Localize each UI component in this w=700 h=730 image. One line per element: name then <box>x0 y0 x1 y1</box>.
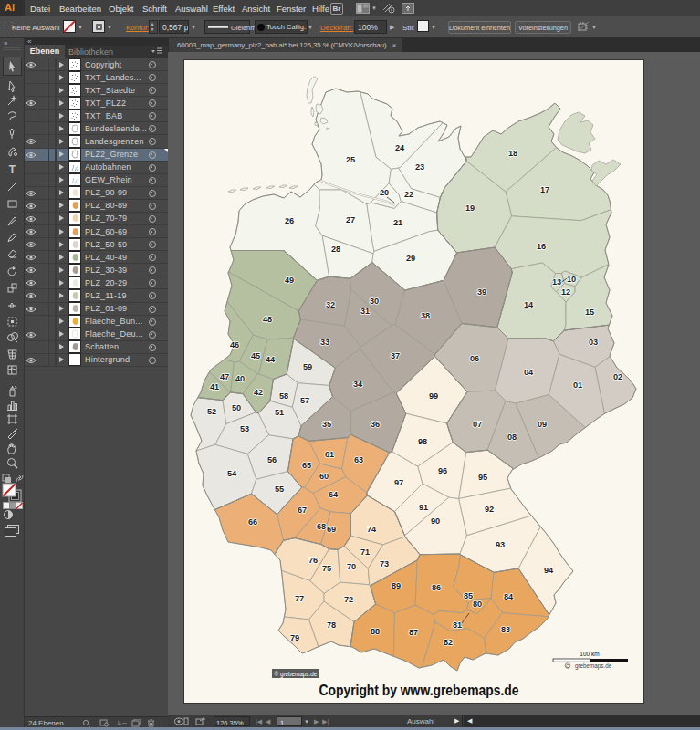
svg-text:65: 65 <box>302 461 311 470</box>
svg-text:75: 75 <box>322 564 331 573</box>
svg-text:60: 60 <box>319 472 329 481</box>
svg-text:56: 56 <box>267 455 277 464</box>
svg-text:68: 68 <box>317 522 326 531</box>
svg-text:36: 36 <box>371 420 380 429</box>
svg-text:74: 74 <box>367 525 377 534</box>
svg-text:24: 24 <box>395 143 405 152</box>
svg-text:16: 16 <box>537 242 546 251</box>
svg-text:Copyright by www.grebemaps.de: Copyright by www.grebemaps.de <box>319 683 519 698</box>
svg-text:28: 28 <box>331 245 340 254</box>
svg-text:31: 31 <box>360 307 370 316</box>
svg-text:53: 53 <box>240 424 249 433</box>
svg-text:66: 66 <box>248 517 257 527</box>
svg-text:98: 98 <box>418 437 427 446</box>
svg-text:95: 95 <box>478 473 487 482</box>
svg-text:77: 77 <box>295 594 304 603</box>
svg-text:59: 59 <box>303 362 312 371</box>
svg-text:67: 67 <box>298 506 307 515</box>
svg-text:32: 32 <box>326 300 335 309</box>
svg-text:38: 38 <box>421 311 430 320</box>
svg-text:35: 35 <box>322 420 331 429</box>
svg-text:50: 50 <box>232 403 241 412</box>
svg-text:89: 89 <box>392 581 401 590</box>
svg-text:88: 88 <box>371 627 380 636</box>
svg-text:22: 22 <box>404 190 413 199</box>
svg-text:23: 23 <box>415 162 424 172</box>
svg-text:19: 19 <box>465 203 475 213</box>
svg-text:14: 14 <box>524 300 534 309</box>
svg-text:61: 61 <box>325 450 334 459</box>
svg-text:44: 44 <box>266 355 276 364</box>
svg-text:90: 90 <box>431 516 440 526</box>
svg-text:T: T <box>9 163 16 175</box>
svg-text:C: C <box>566 663 569 669</box>
svg-text:81: 81 <box>453 620 462 630</box>
svg-text:54: 54 <box>227 469 237 478</box>
svg-text:39: 39 <box>477 287 486 297</box>
svg-text:17: 17 <box>540 185 549 194</box>
svg-text:97: 97 <box>394 478 403 487</box>
svg-text:83: 83 <box>501 625 510 634</box>
svg-text:06: 06 <box>470 354 479 363</box>
svg-text:04: 04 <box>524 368 534 377</box>
svg-text:27: 27 <box>346 215 355 224</box>
svg-text:76: 76 <box>308 556 318 565</box>
svg-text:69: 69 <box>327 525 336 534</box>
svg-text:57: 57 <box>300 396 309 405</box>
svg-text:40: 40 <box>235 374 245 383</box>
svg-text:12: 12 <box>561 287 570 297</box>
svg-text:87: 87 <box>409 628 418 637</box>
svg-text:48: 48 <box>263 315 272 324</box>
svg-text:96: 96 <box>438 466 447 475</box>
svg-text:86: 86 <box>432 583 441 592</box>
svg-text:45: 45 <box>251 351 260 360</box>
svg-text:30: 30 <box>370 297 379 306</box>
svg-text:64: 64 <box>329 490 339 499</box>
svg-text:100 km: 100 km <box>580 651 599 657</box>
svg-text:55: 55 <box>275 485 284 494</box>
svg-text:80: 80 <box>473 600 482 609</box>
svg-text:42: 42 <box>254 388 263 397</box>
svg-text:49: 49 <box>285 276 294 285</box>
svg-text:↳▭: ↳▭ <box>117 720 127 726</box>
svg-text:grebemaps.de: grebemaps.de <box>575 662 612 670</box>
svg-text:47: 47 <box>220 372 229 381</box>
svg-text:63: 63 <box>354 455 363 464</box>
svg-text:34: 34 <box>353 380 363 389</box>
svg-text:82: 82 <box>444 638 453 647</box>
svg-text:26: 26 <box>285 216 294 225</box>
svg-text:41: 41 <box>210 382 219 391</box>
svg-text:21: 21 <box>393 218 402 227</box>
svg-text:92: 92 <box>485 505 494 514</box>
svg-text:99: 99 <box>429 391 438 401</box>
svg-text:73: 73 <box>380 559 389 568</box>
svg-text:20: 20 <box>380 188 389 197</box>
svg-text:08: 08 <box>507 433 517 442</box>
svg-text:15: 15 <box>585 308 594 317</box>
svg-text:09: 09 <box>538 420 547 429</box>
svg-text:07: 07 <box>473 420 482 429</box>
svg-text:46: 46 <box>230 340 239 349</box>
svg-text:© grebemaps.de: © grebemaps.de <box>275 671 318 678</box>
svg-text:37: 37 <box>391 351 400 360</box>
svg-text:71: 71 <box>360 548 370 557</box>
svg-text:18: 18 <box>508 149 517 158</box>
svg-text:25: 25 <box>346 155 355 164</box>
svg-text:78: 78 <box>327 620 336 630</box>
svg-text:10: 10 <box>567 275 576 284</box>
svg-text:33: 33 <box>320 338 329 347</box>
svg-text:29: 29 <box>406 254 415 263</box>
svg-text:02: 02 <box>613 372 622 381</box>
svg-text:13: 13 <box>552 277 561 287</box>
svg-text:94: 94 <box>544 566 554 575</box>
svg-text:91: 91 <box>419 503 428 512</box>
svg-text:58: 58 <box>279 391 288 401</box>
svg-text:85: 85 <box>464 591 473 600</box>
svg-text:51: 51 <box>275 408 284 417</box>
svg-text:01: 01 <box>573 381 582 390</box>
svg-text:03: 03 <box>589 338 598 347</box>
svg-text:70: 70 <box>347 562 356 571</box>
svg-text:79: 79 <box>290 633 299 642</box>
svg-text:93: 93 <box>496 540 505 549</box>
svg-text:72: 72 <box>344 595 353 604</box>
